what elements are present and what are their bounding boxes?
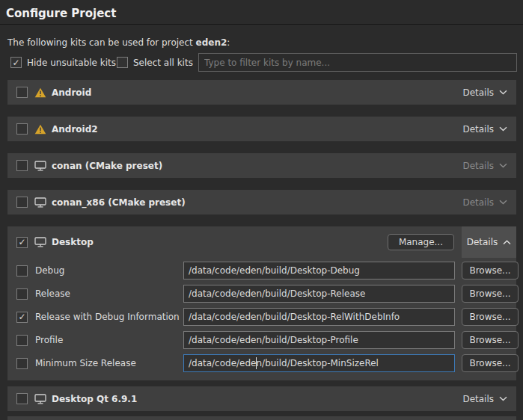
kit-name: Desktop Qt 6.9.1 [52,394,137,404]
browse-button[interactable]: Browse... [462,285,519,303]
warning-icon [34,87,46,98]
details-button: Details [462,161,507,171]
kit-name: Android2 [52,124,98,135]
project-name: eden2 [196,37,227,48]
header-divider [0,24,523,25]
build-dir-input[interactable] [183,331,455,349]
details-label: Details [462,161,494,171]
intro-prefix: The following kits can be used for proje… [7,37,196,48]
hide-unsuitable-kits-label: Hide unsuitable kits [27,58,116,68]
build-config-row-release: Release Browse... [16,285,510,303]
details-button[interactable]: Details [462,394,507,404]
config-checkbox[interactable] [16,265,28,277]
kit-row-android: Android Details [7,80,516,105]
config-label: Release [35,288,183,299]
details-button: Details [462,197,507,208]
config-label: Profile [35,335,183,345]
partial-next-kit-row [7,416,516,420]
build-config-row-profile: Profile Browse... [16,331,510,349]
kit-checkbox[interactable] [16,87,28,98]
select-all-kits-label: Select all kits [133,58,193,68]
select-all-kits-checkbox[interactable]: Select all kits [117,57,193,68]
text-caret [256,357,257,369]
kit-checkbox[interactable] [16,160,28,171]
build-config-row-relwithdebinfo: Release with Debug Information Browse... [16,308,510,326]
checkbox-unchecked-icon[interactable] [117,57,128,68]
build-dir-input[interactable] [183,285,455,303]
build-dir-input-focused[interactable] [183,354,455,372]
details-label: Details [462,124,494,135]
warning-icon [34,124,46,135]
intro-text: The following kits can be used for proje… [7,37,230,48]
details-button[interactable]: Details [462,87,507,98]
details-label: Details [462,197,494,208]
browse-button[interactable]: Browse... [462,308,519,326]
build-dir-input[interactable] [183,262,455,280]
kit-row-conan: conan (CMake preset) Details [7,153,516,178]
config-label: Minimum Size Release [35,358,183,368]
kit-name: Android [52,87,91,98]
config-checkbox[interactable] [16,312,28,323]
config-checkbox[interactable] [16,288,28,300]
kit-name: conan_x86 (CMake preset) [52,197,186,208]
build-config-row-debug: Debug Browse... [16,262,510,280]
kit-filter-input[interactable] [198,53,517,72]
desktop-kit-header: Desktop Manage... Details [7,226,516,258]
details-button[interactable]: Details [462,124,507,135]
config-checkbox[interactable] [16,335,28,346]
desktop-icon [34,394,46,404]
kit-checkbox[interactable] [16,237,28,248]
chevron-down-icon [499,90,507,95]
kit-checkbox[interactable] [16,123,28,135]
manage-button[interactable]: Manage... [388,234,454,250]
intro-suffix: : [227,37,230,48]
config-label: Debug [35,265,183,276]
config-checkbox[interactable] [16,358,28,369]
kit-row-conan-x86: conan_x86 (CMake preset) Details [7,190,516,214]
browse-button[interactable]: Browse... [462,331,519,349]
kit-row-android2: Android2 Details [7,117,516,141]
build-config-row-minsizerel: Minimum Size Release Browse... [16,354,510,372]
chevron-down-icon [499,126,507,132]
kit-name: conan (CMake preset) [52,161,162,171]
kit-checkbox[interactable] [16,197,28,208]
desktop-icon [34,237,46,247]
desktop-icon [34,161,46,171]
browse-button[interactable]: Browse... [462,354,519,372]
chevron-up-icon [503,240,511,245]
chevron-down-icon [499,200,507,205]
hide-unsuitable-kits-checkbox[interactable]: Hide unsuitable kits [10,57,116,68]
details-label: Details [462,87,494,98]
config-label: Release with Debug Information [35,312,183,322]
build-dir-input[interactable] [183,308,455,326]
details-label: Details [467,237,498,247]
page-title: Configure Project [6,7,116,20]
details-button-expanded[interactable]: Details [462,226,516,258]
kit-row-desktop-qt: Desktop Qt 6.9.1 Details [7,386,516,411]
browse-button[interactable]: Browse... [462,262,519,280]
details-label: Details [462,394,494,404]
checkbox-checked-icon[interactable] [10,57,22,68]
chevron-down-icon [499,396,507,401]
kit-row-desktop-expanded: Desktop Manage... Details Debug Browse..… [7,226,516,380]
desktop-icon [34,197,46,208]
kit-checkbox[interactable] [16,393,28,404]
kit-name: Desktop [52,237,94,247]
chevron-down-icon [499,163,507,168]
